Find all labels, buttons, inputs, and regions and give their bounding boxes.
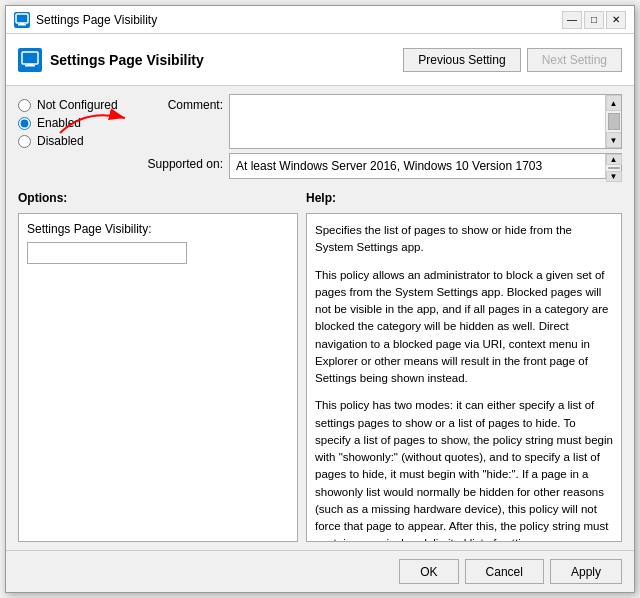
apply-button[interactable]: Apply bbox=[550, 559, 622, 584]
supported-box: At least Windows Server 2016, Windows 10… bbox=[229, 153, 622, 179]
comment-label: Comment: bbox=[133, 94, 223, 112]
scroll-thumb[interactable] bbox=[608, 113, 620, 130]
supported-scroll-thumb[interactable] bbox=[608, 167, 620, 169]
top-layout: Not Configured Enabled Disabled Comment: bbox=[18, 94, 622, 179]
radio-label-not-configured: Not Configured bbox=[37, 98, 118, 112]
svg-rect-0 bbox=[16, 14, 28, 23]
options-title: Options: bbox=[18, 191, 298, 205]
header-left: Settings Page Visibility bbox=[18, 48, 204, 72]
options-box: Settings Page Visibility: bbox=[18, 213, 298, 542]
header-icon bbox=[18, 48, 42, 72]
radio-label-enabled: Enabled bbox=[37, 116, 81, 130]
header-buttons: Previous Setting Next Setting bbox=[403, 48, 622, 72]
window-icon bbox=[14, 12, 30, 28]
supported-value: At least Windows Server 2016, Windows 10… bbox=[236, 159, 542, 173]
svg-rect-5 bbox=[27, 64, 33, 66]
radio-input-disabled[interactable] bbox=[18, 135, 31, 148]
maximize-button[interactable]: □ bbox=[584, 11, 604, 29]
title-bar-left: Settings Page Visibility bbox=[14, 12, 157, 28]
comment-box: ▲ ▼ bbox=[229, 94, 622, 149]
comment-row: Comment: ▲ ▼ bbox=[133, 94, 622, 149]
scroll-up-arrow[interactable]: ▲ bbox=[606, 95, 622, 111]
radio-not-configured[interactable]: Not Configured bbox=[18, 98, 133, 112]
help-paragraph-1: Specifies the list of pages to show or h… bbox=[315, 222, 613, 257]
supported-scroll-down[interactable]: ▼ bbox=[606, 171, 622, 182]
radio-group: Not Configured Enabled Disabled bbox=[18, 94, 133, 152]
radio-input-enabled[interactable] bbox=[18, 117, 31, 130]
radio-enabled[interactable]: Enabled bbox=[18, 116, 133, 130]
supported-scrollbar[interactable]: ▲ ▼ bbox=[605, 154, 621, 178]
supported-scroll-up[interactable]: ▲ bbox=[606, 154, 622, 165]
ok-button[interactable]: OK bbox=[399, 559, 458, 584]
scroll-down-arrow[interactable]: ▼ bbox=[606, 132, 622, 148]
settings-page-visibility-input[interactable] bbox=[27, 242, 187, 264]
cancel-button[interactable]: Cancel bbox=[465, 559, 544, 584]
main-window: Settings Page Visibility — □ ✕ Settings … bbox=[5, 5, 635, 593]
header-title: Settings Page Visibility bbox=[50, 52, 204, 68]
minimize-button[interactable]: — bbox=[562, 11, 582, 29]
svg-rect-3 bbox=[22, 52, 38, 64]
window-title: Settings Page Visibility bbox=[36, 13, 157, 27]
options-help-section: Options: Settings Page Visibility: Help:… bbox=[18, 191, 622, 542]
svg-rect-2 bbox=[20, 23, 24, 25]
prev-setting-button[interactable]: Previous Setting bbox=[403, 48, 520, 72]
title-controls: — □ ✕ bbox=[562, 11, 626, 29]
supported-row: Supported on: At least Windows Server 20… bbox=[133, 153, 622, 179]
help-paragraph-3: This policy has two modes: it can either… bbox=[315, 397, 613, 542]
supported-field-wrapper: At least Windows Server 2016, Windows 10… bbox=[229, 153, 622, 179]
options-panel: Options: Settings Page Visibility: bbox=[18, 191, 298, 542]
help-paragraph-2: This policy allows an administrator to b… bbox=[315, 267, 613, 388]
radio-input-not-configured[interactable] bbox=[18, 99, 31, 112]
help-title: Help: bbox=[306, 191, 622, 205]
radio-disabled[interactable]: Disabled bbox=[18, 134, 133, 148]
content-area: Not Configured Enabled Disabled Comment: bbox=[6, 86, 634, 550]
help-box[interactable]: Specifies the list of pages to show or h… bbox=[306, 213, 622, 542]
comment-scrollbar[interactable]: ▲ ▼ bbox=[605, 95, 621, 148]
supported-label: Supported on: bbox=[133, 153, 223, 171]
options-field-label: Settings Page Visibility: bbox=[27, 222, 289, 236]
title-bar: Settings Page Visibility — □ ✕ bbox=[6, 6, 634, 34]
comment-textarea[interactable] bbox=[230, 95, 603, 148]
right-fields: Comment: ▲ ▼ Supporte bbox=[133, 94, 622, 179]
comment-field-wrapper: ▲ ▼ bbox=[229, 94, 622, 149]
footer: OK Cancel Apply bbox=[6, 550, 634, 592]
radio-label-disabled: Disabled bbox=[37, 134, 84, 148]
close-button[interactable]: ✕ bbox=[606, 11, 626, 29]
header-bar: Settings Page Visibility Previous Settin… bbox=[6, 34, 634, 86]
next-setting-button[interactable]: Next Setting bbox=[527, 48, 622, 72]
help-panel: Help: Specifies the list of pages to sho… bbox=[306, 191, 622, 542]
radio-group-container: Not Configured Enabled Disabled bbox=[18, 94, 133, 179]
